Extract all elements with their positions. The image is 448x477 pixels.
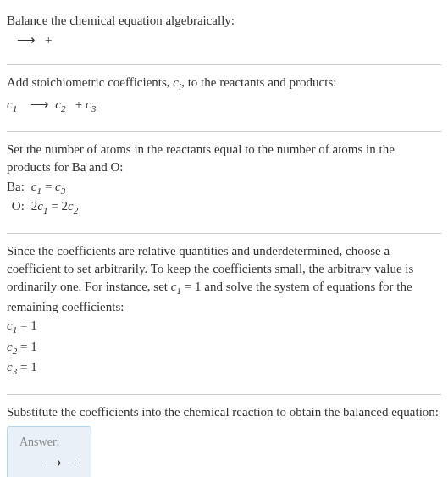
c-var: c (7, 340, 13, 353)
eq-value: = 1 (17, 340, 36, 353)
plus-sign: + (45, 33, 52, 47)
plus-sign: + (71, 456, 78, 469)
eq-value: = 1 (17, 319, 36, 332)
c-sub: 1 (43, 205, 48, 215)
ba-label: Ba: (7, 178, 31, 198)
atom-equations-table: Ba: c1 = c3 O: 2c1 = 2c2 (7, 178, 78, 219)
section-balance-intro: Balance the chemical equation algebraica… (7, 3, 441, 65)
substitute-text: Substitute the coefficients into the che… (7, 403, 441, 421)
answer-box: Answer: ⟶ + (7, 426, 91, 477)
c-var: c (7, 319, 13, 332)
coef-intro-text: Add stoichiometric coefficients, ci, to … (7, 74, 441, 94)
c-sub: 3 (61, 186, 66, 196)
c-sub: 2 (74, 205, 79, 215)
coef-result-3: c3 = 1 (7, 358, 441, 379)
answer-label: Answer: (19, 434, 79, 451)
c-var: c (31, 180, 37, 193)
ci-var: c (173, 75, 179, 89)
o-equation: 2c1 = 2c2 (31, 197, 79, 218)
section-add-coefficients: Add stoichiometric coefficients, ci, to … (7, 65, 441, 132)
coef-num: 2 (62, 199, 69, 213)
arrow-icon: ⟶ (43, 454, 62, 472)
plus-sign: + (75, 97, 82, 111)
intro-text: Balance the chemical equation algebraica… (7, 12, 441, 30)
c-var: c (86, 97, 91, 111)
section-solve-coefficients: Since the coefficients are relative quan… (7, 234, 441, 395)
coef-result-1: c1 = 1 (7, 317, 441, 337)
c-var: c (68, 199, 74, 213)
section-atom-balance: Set the number of atoms in the reactants… (7, 132, 441, 235)
text-fragment: Add stoichiometric coefficients, (7, 75, 173, 89)
coef-equation: c1 ⟶ c2 + c3 (7, 96, 441, 116)
intro-equation: ⟶ + (7, 31, 441, 49)
solve-text: Since the coefficients are relative quan… (7, 242, 441, 316)
c-sub: 1 (37, 186, 42, 196)
coef-result-2: c2 = 1 (7, 338, 441, 358)
atom-row-ba: Ba: c1 = c3 (7, 178, 78, 198)
c-sub: 3 (91, 103, 97, 114)
section-final-answer: Substitute the coefficients into the che… (7, 395, 441, 477)
c-sub: 2 (61, 103, 66, 114)
eq-value: = 1 (17, 360, 36, 374)
c-var: c (7, 360, 13, 374)
c-var: c (37, 199, 43, 213)
arrow-icon: ⟶ (17, 31, 36, 49)
atom-balance-text: Set the number of atoms in the reactants… (7, 141, 441, 176)
c-sub: 1 (13, 103, 18, 114)
text-fragment: , to the reactants and products: (181, 75, 336, 89)
ba-equation: c1 = c3 (31, 178, 79, 198)
equals-sign: = (45, 180, 52, 193)
c-var: c (55, 97, 61, 111)
o-label: O: (7, 197, 31, 218)
c-var: c (55, 180, 61, 193)
equals-sign: = (51, 199, 58, 213)
c-var: c (7, 97, 13, 111)
arrow-icon: ⟶ (30, 96, 49, 114)
atom-row-o: O: 2c1 = 2c2 (7, 197, 78, 218)
answer-equation: ⟶ + (19, 454, 79, 472)
